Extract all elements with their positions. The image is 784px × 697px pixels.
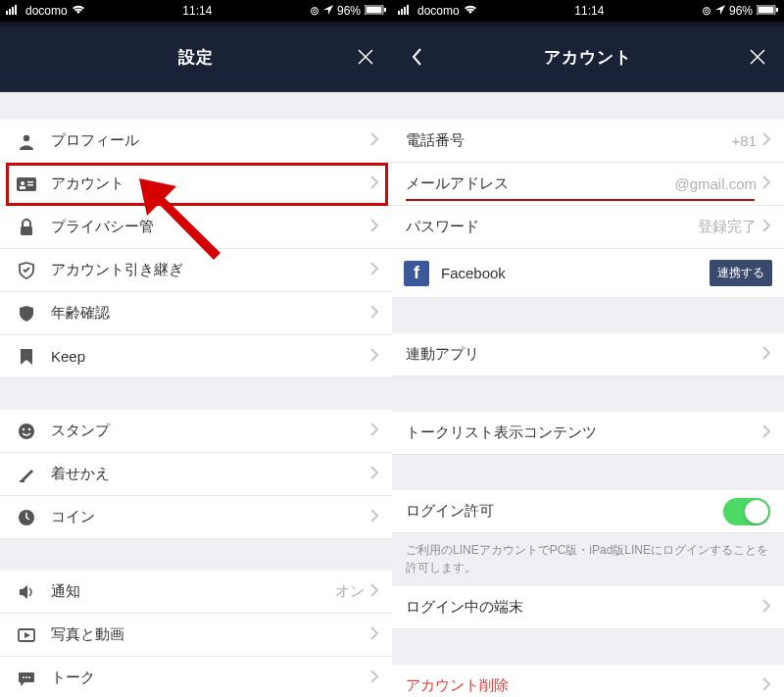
row-password[interactable]: パスワード 登録完了 bbox=[392, 206, 784, 249]
row-label: スタンプ bbox=[51, 422, 370, 440]
row-label: プライバシー管 bbox=[51, 218, 370, 236]
row-keep[interactable]: Keep bbox=[0, 335, 392, 378]
row-label: 年齢確認 bbox=[51, 304, 370, 323]
clock: 11:14 bbox=[85, 4, 310, 18]
svg-rect-13 bbox=[21, 226, 32, 235]
row-label: 通知 bbox=[51, 582, 335, 601]
battery-icon bbox=[365, 4, 386, 18]
smile-icon bbox=[14, 419, 39, 444]
row-media[interactable]: 写真と動画 bbox=[0, 614, 392, 657]
row-linked-apps[interactable]: 連動アプリ bbox=[392, 333, 784, 376]
chevron-right-icon bbox=[762, 346, 770, 363]
chevron-right-icon bbox=[370, 219, 378, 235]
svg-rect-17 bbox=[20, 480, 24, 482]
sound-icon bbox=[14, 579, 39, 605]
chevron-right-icon bbox=[370, 509, 378, 525]
status-bar: docomo 11:14 ⊚ 96% bbox=[0, 0, 392, 22]
row-label: プロフィール bbox=[51, 131, 370, 150]
row-value: +81 bbox=[732, 132, 757, 149]
chevron-right-icon bbox=[370, 670, 378, 686]
compass-icon: ⊚ bbox=[702, 4, 711, 18]
header-title: 設定 bbox=[178, 46, 214, 69]
svg-point-16 bbox=[28, 427, 30, 429]
svg-rect-1 bbox=[9, 9, 11, 15]
svg-rect-2 bbox=[12, 7, 14, 15]
signal-icon bbox=[398, 4, 414, 18]
row-devices[interactable]: ログイン中の端末 bbox=[392, 586, 784, 629]
row-label: 連動アプリ bbox=[406, 345, 762, 364]
compass-icon: ⊚ bbox=[310, 4, 319, 18]
row-coin[interactable]: コイン bbox=[0, 496, 392, 539]
chevron-right-icon bbox=[370, 262, 378, 278]
row-label: アカウント引き継ぎ bbox=[51, 261, 370, 279]
chevron-right-icon bbox=[762, 132, 770, 149]
carrier-label: docomo bbox=[25, 4, 68, 18]
svg-rect-23 bbox=[398, 11, 400, 15]
row-phone[interactable]: 電話番号 +81 bbox=[392, 120, 784, 163]
row-label: アカウント削除 bbox=[406, 676, 762, 695]
battery-label: 96% bbox=[729, 4, 753, 18]
row-delete-account[interactable]: アカウント削除 bbox=[392, 665, 784, 697]
svg-rect-0 bbox=[6, 11, 8, 15]
login-allow-help: ご利用のLINEアカウントでPC版・iPad版LINEにログインすることを許可し… bbox=[392, 533, 784, 586]
chevron-right-icon bbox=[762, 599, 770, 616]
shield-check-icon bbox=[14, 258, 39, 283]
svg-point-14 bbox=[19, 423, 34, 439]
svg-rect-25 bbox=[404, 7, 406, 15]
facebook-icon: f bbox=[404, 261, 429, 286]
row-age[interactable]: 年齢確認 bbox=[0, 292, 392, 335]
settings-screen: docomo 11:14 ⊚ 96% 設定 プロフィール bbox=[0, 0, 392, 697]
row-talklist[interactable]: トークリスト表示コンテンツ bbox=[392, 412, 784, 455]
row-value: オン bbox=[335, 582, 365, 601]
row-label: コイン bbox=[51, 508, 370, 526]
login-allow-toggle[interactable] bbox=[723, 498, 770, 525]
svg-rect-11 bbox=[27, 181, 33, 183]
lock-icon bbox=[14, 215, 39, 240]
svg-rect-28 bbox=[759, 7, 774, 14]
row-themes[interactable]: 着せかえ bbox=[0, 453, 392, 496]
row-label: パスワード bbox=[406, 218, 698, 236]
row-stamps[interactable]: スタンプ bbox=[0, 410, 392, 453]
row-privacy[interactable]: プライバシー管 bbox=[0, 206, 392, 249]
clock-icon bbox=[14, 505, 39, 530]
clock: 11:14 bbox=[477, 4, 702, 18]
row-facebook: f Facebook 連携する bbox=[392, 249, 784, 298]
wifi-icon bbox=[72, 4, 85, 18]
back-button[interactable] bbox=[406, 46, 427, 68]
row-label: アカウント bbox=[51, 174, 370, 193]
svg-point-15 bbox=[23, 427, 24, 429]
facebook-link-button[interactable]: 連携する bbox=[710, 260, 772, 286]
row-transfer[interactable]: アカウント引き継ぎ bbox=[0, 249, 392, 292]
row-account[interactable]: アカウント bbox=[0, 163, 392, 206]
person-icon bbox=[14, 128, 39, 154]
header: アカウント bbox=[392, 22, 784, 92]
header-title: アカウント bbox=[544, 46, 632, 69]
close-button[interactable] bbox=[355, 46, 376, 68]
row-label: メールアドレス bbox=[406, 174, 674, 193]
location-icon bbox=[323, 4, 333, 18]
row-label: ログイン中の端末 bbox=[406, 598, 762, 617]
settings-list: プロフィール アカウント プライバシー管 アカウント引き継ぎ 年齢確認 Keep bbox=[0, 92, 392, 697]
close-button[interactable] bbox=[747, 46, 768, 68]
row-email[interactable]: メールアドレス @gmail.com bbox=[392, 163, 784, 206]
signal-icon bbox=[6, 4, 22, 18]
bookmark-icon bbox=[14, 344, 39, 370]
battery-label: 96% bbox=[337, 4, 361, 18]
shield-icon bbox=[14, 301, 39, 326]
chevron-right-icon bbox=[370, 132, 378, 149]
chevron-right-icon bbox=[370, 348, 378, 365]
row-profile[interactable]: プロフィール bbox=[0, 120, 392, 163]
row-talk[interactable]: トーク bbox=[0, 657, 392, 697]
svg-rect-26 bbox=[407, 5, 409, 15]
row-notifications[interactable]: 通知 オン bbox=[0, 571, 392, 614]
row-label: ログイン許可 bbox=[406, 502, 723, 521]
chevron-right-icon bbox=[370, 175, 378, 192]
media-icon bbox=[14, 622, 39, 648]
svg-rect-24 bbox=[401, 9, 403, 15]
account-list: 電話番号 +81 メールアドレス @gmail.com パスワード 登録完了 f… bbox=[392, 92, 784, 697]
chevron-right-icon bbox=[370, 583, 378, 600]
row-value: @gmail.com bbox=[674, 175, 757, 192]
svg-rect-6 bbox=[384, 8, 386, 12]
chevron-right-icon bbox=[762, 175, 770, 192]
carrier-label: docomo bbox=[417, 4, 460, 18]
